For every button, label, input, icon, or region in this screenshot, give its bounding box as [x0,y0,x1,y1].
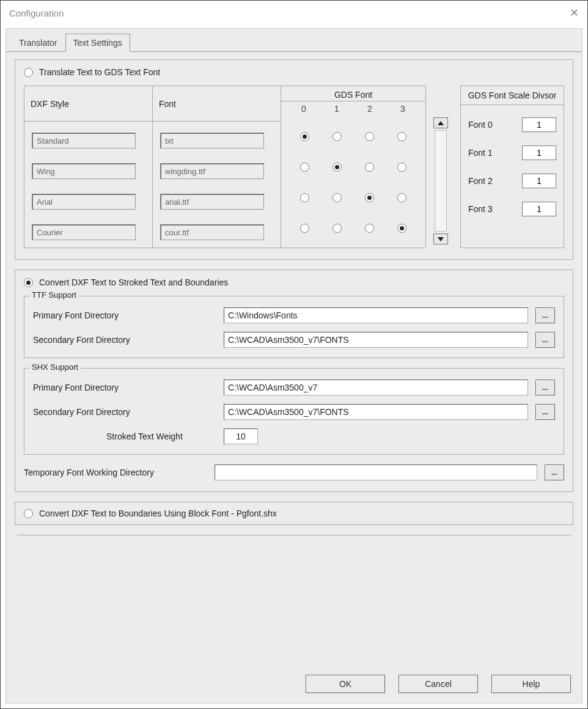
dialog-client: Translator Text Settings Translate Text … [6,28,582,703]
row-stroked-weight: Stroked Text Weight [33,428,555,444]
gds-radio-1-1[interactable] [333,163,342,172]
gds-radio-3-2[interactable] [365,224,374,233]
font-1 [160,163,264,179]
panel-convert-block: Convert DXF Text to Boundaries Using Blo… [15,502,573,525]
dxf-style-2 [32,194,136,210]
radio-convert-stroked[interactable] [24,278,33,287]
font-0 [160,133,264,149]
cancel-button[interactable]: Cancel [399,675,478,693]
browse-ttf-secondary[interactable]: ... [535,332,555,348]
tab-strip: Translator Text Settings [11,34,582,52]
config-window: Configuration ✕ Translator Text Settings… [0,0,588,709]
group-ttf-support: TTF Support Primary Font Directory ... S… [24,296,564,358]
divisor-row-1: Font 1 [468,145,556,160]
divisor-label-1: Font 1 [468,148,493,158]
font-layout: DXF Style Font [24,86,564,248]
divisor-row-3: Font 3 [468,202,556,216]
gds-radio-2-0[interactable] [300,193,309,202]
browse-temp-dir[interactable]: ... [545,465,564,480]
gds-col-0: 0 [301,104,306,114]
gds-radio-3-1[interactable] [333,224,342,233]
gds-radio-3-0[interactable] [300,224,309,233]
group-shx-support: SHX Support Primary Font Directory ... S… [24,368,564,455]
spin-down-button[interactable] [433,233,448,244]
option-convert-stroked[interactable]: Convert DXF Text to Stroked Text and Bou… [24,277,564,287]
gds-col-nums: 0 1 2 3 [281,101,425,117]
row-ttf-primary: Primary Font Directory ... [33,307,555,323]
gds-radio-2-1[interactable] [333,193,342,202]
label-shx-secondary: Secondary Font Directory [33,407,216,417]
panel-translate-gds: Translate Text to GDS Text Font DXF Styl… [15,59,573,260]
legend-shx: SHX Support [29,362,81,372]
gds-radio-3-3[interactable] [397,224,406,233]
divisor-header: GDS Font Scale Divsor [461,86,564,105]
input-shx-secondary[interactable] [224,404,528,420]
label-convert-block: Convert DXF Text to Boundaries Using Blo… [39,509,277,518]
input-ttf-primary[interactable] [224,307,528,323]
label-translate-gds: Translate Text to GDS Text Font [39,67,160,77]
chevron-up-icon [438,121,444,125]
label-shx-primary: Primary Font Directory [33,383,216,392]
input-shx-primary[interactable] [224,380,528,395]
gds-row-2 [288,189,418,205]
label-convert-stroked: Convert DXF Text to Stroked Text and Bou… [39,277,228,287]
gds-radio-0-2[interactable] [365,132,374,141]
gds-row-0 [288,128,418,144]
legend-ttf: TTF Support [29,290,79,299]
ok-button[interactable]: OK [306,675,385,693]
row-shx-primary: Primary Font Directory ... [33,380,555,395]
divisor-input-0[interactable] [522,117,556,132]
input-ttf-secondary[interactable] [224,332,528,348]
gds-radio-0-1[interactable] [333,132,342,141]
scroll-spinner [433,86,453,248]
titlebar: Configuration ✕ [1,1,587,25]
divisor-label-0: Font 0 [468,120,493,130]
gds-radio-1-3[interactable] [397,163,406,172]
row-shx-secondary: Secondary Font Directory ... [33,404,555,420]
radio-translate-gds[interactable] [24,68,33,77]
tab-translator[interactable]: Translator [11,34,65,52]
browse-ttf-primary[interactable]: ... [535,307,555,323]
col-dxf-style: DXF Style [24,86,152,122]
gds-radio-1-2[interactable] [365,163,374,172]
dxf-style-1 [32,163,136,179]
separator [17,535,571,535]
radio-convert-block[interactable] [24,509,33,518]
browse-shx-secondary[interactable]: ... [535,404,555,420]
gds-radio-1-0[interactable] [300,163,309,172]
option-translate-gds[interactable]: Translate Text to GDS Text Font [24,67,564,77]
gds-col-3: 3 [400,104,405,114]
gds-radio-0-3[interactable] [397,132,406,141]
gds-row-3 [288,220,418,236]
font-body [153,122,281,248]
close-icon[interactable]: ✕ [570,6,579,20]
window-title: Configuration [9,8,64,18]
divisor-input-2[interactable] [522,174,556,188]
tab-text-settings[interactable]: Text Settings [65,34,130,52]
gds-row-1 [288,159,418,175]
dxf-style-3 [32,224,136,240]
input-stroked-weight[interactable] [224,428,258,444]
input-temp-dir[interactable] [215,465,537,480]
gds-col-1: 1 [334,104,339,114]
divisor-input-1[interactable] [522,145,556,160]
spin-track[interactable] [435,130,447,232]
gds-radio-0-0[interactable] [300,132,309,141]
divisor-input-3[interactable] [522,202,556,216]
col-gds-font: GDS Font [281,86,425,101]
option-convert-block[interactable]: Convert DXF Text to Boundaries Using Blo… [24,509,564,518]
dxf-style-body [24,122,152,248]
chevron-down-icon [438,237,444,241]
panel-convert-stroked: Convert DXF Text to Stroked Text and Bou… [15,270,573,492]
gds-radio-2-2[interactable] [365,193,374,202]
label-stroked-weight: Stroked Text Weight [33,432,216,441]
dxf-style-0 [32,133,136,149]
browse-shx-primary[interactable]: ... [535,380,555,395]
font-table: DXF Style Font [24,86,426,248]
divisor-label-3: Font 3 [468,204,493,214]
spin-up-button[interactable] [433,117,448,128]
label-temp-dir: Temporary Font Working Directory [24,468,207,477]
label-ttf-primary: Primary Font Directory [33,310,216,320]
gds-radio-2-3[interactable] [397,193,406,202]
help-button[interactable]: Help [491,675,571,693]
